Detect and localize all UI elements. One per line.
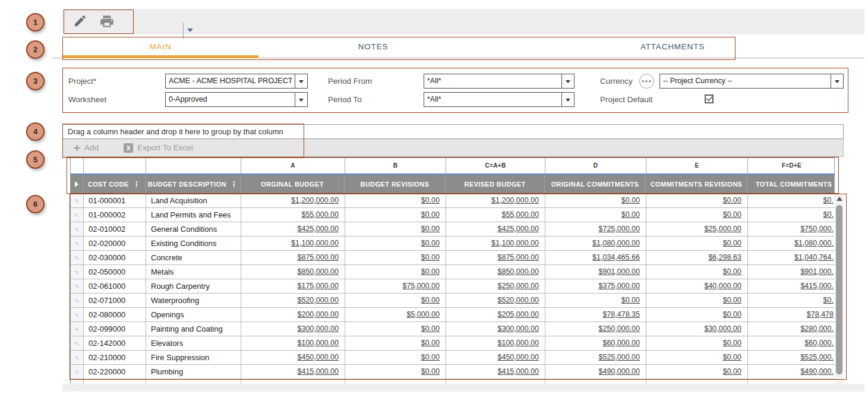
original-budget-link[interactable]: $520,000.00 xyxy=(241,294,345,307)
currency-select-caret-icon[interactable] xyxy=(831,74,843,88)
row-edit-handle[interactable]: ✎ xyxy=(71,265,84,279)
table-row[interactable]: ✎ 01-000002 Land Permits and Fees $55,00… xyxy=(71,208,835,222)
currency-ellipsis-button[interactable]: ●●● xyxy=(639,74,654,89)
commitments-revisions-link[interactable]: $25,000.00 xyxy=(646,222,748,236)
period-to-select[interactable]: *All* xyxy=(424,92,575,107)
revised-budget-link[interactable] xyxy=(446,379,545,384)
commitments-revisions-link[interactable]: $0.00 xyxy=(646,237,748,250)
revised-budget-link[interactable]: $850,000.00 xyxy=(446,265,545,279)
commitments-revisions-link[interactable]: $0.00 xyxy=(646,294,748,307)
total-commitments-link[interactable]: $0. xyxy=(748,208,835,222)
commitments-revisions-link[interactable]: $0.00 xyxy=(646,265,748,279)
total-commitments-link[interactable]: $525,000. xyxy=(748,351,835,364)
row-edit-handle[interactable]: ✎ xyxy=(71,208,84,222)
total-commitments-link[interactable]: $750,000. xyxy=(748,222,835,236)
original-commitments-link[interactable]: $375,000.00 xyxy=(545,279,646,293)
budget-revisions-link[interactable]: $0.00 xyxy=(345,208,446,222)
table-row[interactable]: ✎ 02-220000 Plumbing $415,000.00 $0.00 $… xyxy=(71,365,835,379)
commitments-revisions-link[interactable]: $6,298.63 xyxy=(646,251,748,264)
budget-revisions-link[interactable]: $0.00 xyxy=(345,194,446,207)
column-menu-icon[interactable]: ⋮ xyxy=(231,180,238,188)
table-row[interactable]: ✎ 02-142000 Elevators $100,000.00 $0.00 … xyxy=(71,336,835,351)
worksheet-select[interactable]: 0-Approved xyxy=(165,92,308,107)
row-edit-handle[interactable]: ✎ xyxy=(71,237,84,250)
table-row[interactable]: ✎ xyxy=(71,379,835,384)
scrollbar-thumb[interactable] xyxy=(836,205,842,374)
table-row[interactable]: ✎ 02-010002 General Conditions $425,000.… xyxy=(71,222,835,237)
project-default-checkbox[interactable] xyxy=(705,94,714,103)
budget-revisions-link[interactable]: $5,000.00 xyxy=(345,308,446,321)
budget-revisions-link[interactable]: $0.00 xyxy=(345,237,446,250)
original-budget-link[interactable]: $850,000.00 xyxy=(241,265,345,279)
vertical-scrollbar[interactable] xyxy=(835,194,844,384)
revised-budget-link[interactable]: $450,000.00 xyxy=(446,351,545,364)
original-budget-link[interactable]: $450,000.00 xyxy=(241,351,345,364)
total-commitments-link[interactable]: $1,040,764. xyxy=(748,251,835,264)
revised-budget-link[interactable]: $520,000.00 xyxy=(446,294,545,307)
original-commitments-link[interactable]: $0.00 xyxy=(545,208,646,222)
period-to-select-caret-icon[interactable] xyxy=(561,93,574,106)
original-budget-link[interactable]: $425,000.00 xyxy=(241,222,345,236)
header-original-commitments[interactable]: ORIGINAL COMMITMENTS xyxy=(545,175,646,193)
original-commitments-link[interactable]: $1,034,465.66 xyxy=(545,251,646,264)
total-commitments-link[interactable]: $280,000. xyxy=(748,322,835,336)
budget-revisions-link[interactable]: $0.00 xyxy=(345,294,446,307)
total-commitments-link[interactable]: $0. xyxy=(748,294,835,307)
row-edit-handle[interactable]: ✎ xyxy=(71,351,84,364)
group-by-drop-zone[interactable]: Drag a column header and drop it here to… xyxy=(62,124,844,139)
header-commitments-revisions[interactable]: COMMITMENTS REVISIONS xyxy=(646,175,747,193)
original-commitments-link[interactable]: $490,000.00 xyxy=(545,365,646,379)
edit-button[interactable] xyxy=(73,14,87,30)
revised-budget-link[interactable]: $425,000.00 xyxy=(446,222,545,236)
budget-revisions-link[interactable]: $0.00 xyxy=(345,322,446,336)
total-commitments-link[interactable]: $1,080,000. xyxy=(748,237,835,250)
period-from-select-caret-icon[interactable] xyxy=(561,74,574,88)
row-edit-handle[interactable]: ✎ xyxy=(71,222,84,236)
commitments-revisions-link[interactable]: $0.00 xyxy=(646,308,748,321)
table-row[interactable]: ✎ 02-080000 Openings $200,000.00 $5,000.… xyxy=(71,308,835,322)
budget-revisions-link[interactable]: $0.00 xyxy=(345,222,446,236)
revised-budget-link[interactable]: $250,000.00 xyxy=(446,279,545,293)
project-select-caret-icon[interactable] xyxy=(295,74,307,88)
row-edit-handle[interactable]: ✎ xyxy=(71,322,84,336)
original-budget-link[interactable]: $1,100,000.00 xyxy=(241,237,345,250)
header-budget-description[interactable]: BUDGET DESCRIPTION ⋮ xyxy=(146,175,241,193)
row-edit-handle[interactable]: ✎ xyxy=(71,194,84,207)
revised-budget-link[interactable]: $100,000.00 xyxy=(446,336,545,350)
header-budget-revisions[interactable]: BUDGET REVISIONS xyxy=(345,175,446,193)
total-commitments-link[interactable]: $78,478 xyxy=(748,308,835,321)
table-row[interactable]: ✎ 02-099000 Painting and Coating $300,00… xyxy=(71,322,835,336)
table-row[interactable]: ✎ 02-050000 Metals $850,000.00 $0.00 $85… xyxy=(71,265,835,279)
print-button[interactable] xyxy=(99,14,115,31)
original-commitments-link[interactable]: $60,000.00 xyxy=(545,336,646,350)
original-commitments-link[interactable] xyxy=(545,379,646,384)
tab-notes[interactable]: NOTES xyxy=(258,36,488,58)
original-budget-link[interactable]: $415,000.00 xyxy=(241,365,345,379)
table-row[interactable]: ✎ 02-061000 Rough Carpentry $175,000.00 … xyxy=(71,279,835,294)
commitments-revisions-link[interactable]: $0.00 xyxy=(646,365,748,379)
original-budget-link[interactable]: $100,000.00 xyxy=(241,336,345,350)
column-menu-icon[interactable]: ⋮ xyxy=(133,180,140,188)
add-button[interactable]: + Add xyxy=(74,143,99,153)
original-commitments-link[interactable]: $0.00 xyxy=(545,294,646,307)
scroll-up-arrow-icon[interactable] xyxy=(835,194,844,203)
original-commitments-link[interactable]: $78,478.35 xyxy=(545,308,646,321)
row-edit-handle[interactable]: ✎ xyxy=(71,308,84,321)
header-revised-budget[interactable]: REVISED BUDGET xyxy=(446,175,545,193)
row-edit-handle[interactable]: ✎ xyxy=(71,379,84,384)
revised-budget-link[interactable]: $1,100,000.00 xyxy=(446,237,545,250)
row-edit-handle[interactable]: ✎ xyxy=(71,336,84,350)
original-budget-link[interactable]: $1,200,000.00 xyxy=(241,194,345,207)
total-commitments-link[interactable] xyxy=(748,379,835,384)
table-row[interactable]: ✎ 02-030000 Concrete $875,000.00 $0.00 $… xyxy=(71,251,835,265)
total-commitments-link[interactable]: $60,000. xyxy=(748,336,835,350)
original-budget-link[interactable]: $55,000.00 xyxy=(241,208,345,222)
project-select[interactable]: ACME - ACME HOSPITAL PROJECT xyxy=(165,74,308,89)
table-row[interactable]: ✎ 02-210000 Fire Suppression $450,000.00… xyxy=(71,351,835,365)
budget-revisions-link[interactable]: $0.00 xyxy=(345,336,446,350)
budget-revisions-link[interactable]: $0.00 xyxy=(345,351,446,364)
header-cost-code[interactable]: COST CODE ⋮ xyxy=(83,175,146,193)
period-from-select[interactable]: *All* xyxy=(424,74,575,89)
worksheet-select-caret-icon[interactable] xyxy=(295,93,307,106)
table-row[interactable]: ✎ 01-000001 Land Acquisition $1,200,000.… xyxy=(71,194,835,208)
